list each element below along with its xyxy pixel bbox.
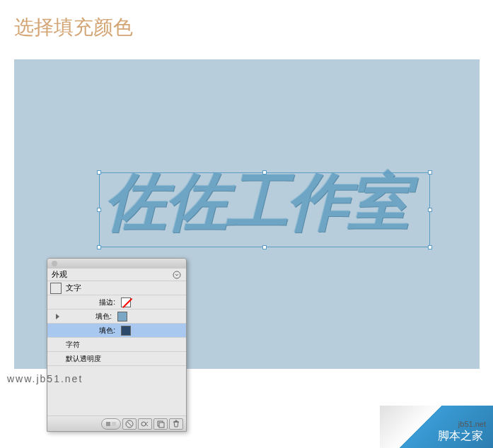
resize-handle-bottom-left[interactable]: [97, 245, 101, 249]
resize-handle-top-right[interactable]: [428, 170, 432, 175]
delete-button[interactable]: [169, 418, 183, 430]
new-art-button[interactable]: [101, 418, 121, 430]
panel-menu-icon[interactable]: [172, 270, 182, 280]
appearance-panel: 外观 文字 描边: 填色: 填色: 字符 默认透明度: [47, 258, 187, 432]
panel-tab-label: 外观: [52, 269, 172, 280]
reduce-button[interactable]: [138, 418, 152, 430]
resize-handle-bottom-mid[interactable]: [262, 245, 267, 249]
appearance-row-characters[interactable]: 字符: [47, 338, 186, 352]
char-row-label: 字符: [50, 340, 80, 350]
resize-handle-bottom-right[interactable]: [428, 245, 432, 249]
appearance-row-type[interactable]: 文字: [47, 281, 186, 295]
fill2-swatch[interactable]: [121, 326, 131, 336]
svg-point-5: [141, 422, 146, 426]
fill1-row-label: 填色:: [62, 312, 117, 322]
fill2-row-label: 填色:: [50, 326, 121, 336]
appearance-row-stroke[interactable]: 描边:: [47, 295, 186, 310]
svg-rect-2: [112, 422, 116, 426]
panel-footer: [47, 415, 186, 431]
appearance-row-fill-2[interactable]: 填色:: [47, 324, 186, 338]
type-row-label: 文字: [66, 283, 81, 293]
panel-tab[interactable]: 外观: [47, 269, 186, 281]
svg-rect-7: [159, 423, 164, 428]
clear-appearance-button[interactable]: [122, 418, 137, 430]
corner-text: 脚本之家: [438, 429, 483, 444]
type-swatch[interactable]: [50, 283, 62, 294]
corner-url: jb51.net: [458, 420, 486, 428]
resize-handle-mid-left[interactable]: [97, 208, 101, 212]
disclosure-triangle-icon[interactable]: [56, 314, 59, 319]
appearance-row-fill-1[interactable]: 填色:: [47, 310, 186, 324]
svg-point-0: [173, 271, 180, 278]
panel-titlebar[interactable]: [47, 259, 186, 269]
appearance-row-opacity[interactable]: 默认透明度: [47, 352, 186, 366]
svg-rect-1: [106, 422, 110, 426]
opacity-row-label: 默认透明度: [50, 354, 101, 364]
fill1-swatch[interactable]: [117, 312, 127, 322]
stroke-swatch-none[interactable]: [121, 297, 131, 307]
panel-close-icon[interactable]: [52, 261, 57, 266]
resize-handle-mid-right[interactable]: [428, 208, 432, 212]
page-title: 选择填充颜色: [0, 0, 493, 41]
corner-badge: jb51.net 脚本之家: [380, 399, 493, 448]
resize-handle-top-left[interactable]: [97, 170, 101, 175]
svg-line-4: [127, 422, 132, 426]
selection-bounding-box[interactable]: [99, 172, 430, 247]
duplicate-button[interactable]: [153, 418, 168, 430]
stroke-row-label: 描边:: [50, 297, 121, 307]
resize-handle-top-mid[interactable]: [262, 170, 267, 175]
watermark-text: www.jb51.net: [7, 373, 83, 384]
